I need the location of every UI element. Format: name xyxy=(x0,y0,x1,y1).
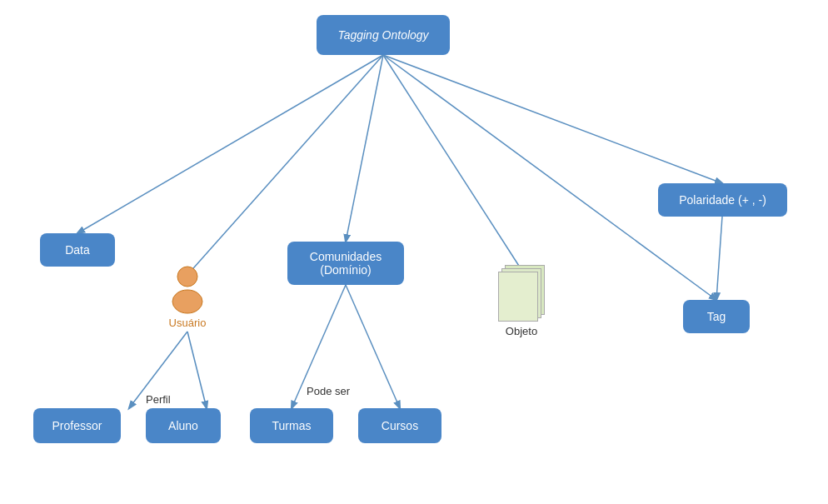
comunidades-label: Comunidades (Domínio) xyxy=(310,250,382,277)
svg-line-5 xyxy=(383,55,716,300)
comunidades-node: Comunidades (Domínio) xyxy=(287,242,404,285)
ontology-diagram: Tagging Ontology Data Usuário Comunidade… xyxy=(0,0,828,504)
pode-ser-label: Pode ser xyxy=(307,385,350,397)
svg-point-11 xyxy=(177,267,197,287)
professor-node: Professor xyxy=(33,408,121,443)
svg-line-7 xyxy=(187,332,207,408)
person-icon xyxy=(165,265,210,315)
usuario-node: Usuário xyxy=(165,265,210,329)
tag-node: Tag xyxy=(683,300,750,333)
data-node: Data xyxy=(40,233,115,267)
usuario-label: Usuário xyxy=(169,317,207,329)
cursos-node: Cursos xyxy=(358,408,441,443)
polaridade-node: Polaridade (+ , -) xyxy=(658,183,787,217)
objeto-pages-icon xyxy=(496,265,546,323)
aluno-node: Aluno xyxy=(146,408,221,443)
turmas-node: Turmas xyxy=(250,408,333,443)
svg-line-4 xyxy=(383,55,722,183)
svg-line-0 xyxy=(77,55,383,233)
objeto-label: Objeto xyxy=(506,325,537,337)
objeto-node: Objeto xyxy=(496,265,546,337)
svg-line-9 xyxy=(346,285,400,408)
svg-line-3 xyxy=(383,55,525,275)
svg-line-2 xyxy=(346,55,383,242)
root-node: Tagging Ontology xyxy=(317,15,450,55)
perfil-label: Perfil xyxy=(146,393,171,406)
svg-line-10 xyxy=(716,217,722,300)
svg-point-12 xyxy=(172,290,202,313)
